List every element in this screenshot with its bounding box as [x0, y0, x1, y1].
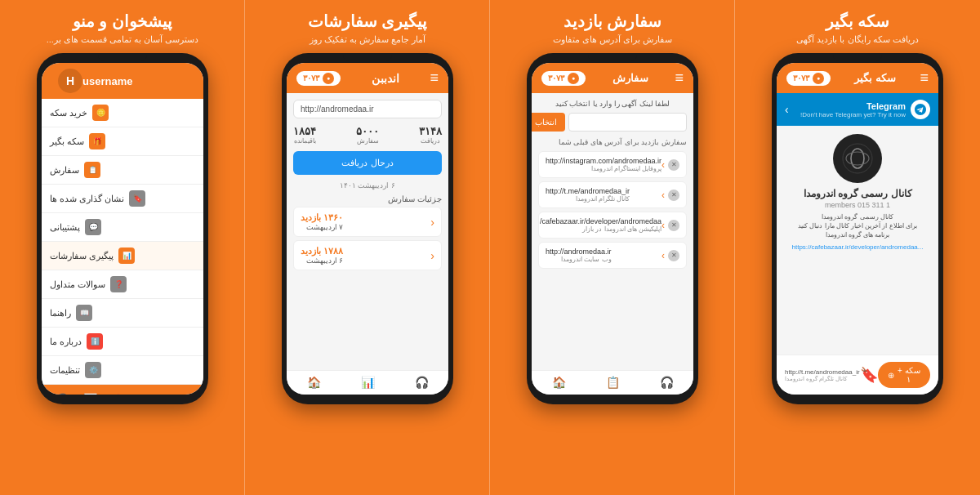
panel-4-title: سکه بگیر [826, 11, 890, 31]
url-sub-3: اپلیکیشن های اندرومدا در بازار [540, 225, 662, 233]
menu-item-label: خرید سکه [50, 108, 87, 118]
menu-item-bookmarks[interactable]: 🔖 نشان گذاری شده ها [42, 185, 203, 213]
menu-item-faq[interactable]: ❓ سوالات متداول [42, 270, 203, 299]
nav2-headphones[interactable]: 🎧 [412, 374, 432, 391]
chevron-icon-right-4: › [662, 250, 665, 261]
coin-dot-4: ● [813, 73, 824, 84]
nav3-home[interactable]: 🏠 [549, 374, 569, 391]
btn-receiving[interactable]: درحال دریافت [293, 151, 442, 175]
phone3-bottom-nav: 🏠 📋 🎧 [532, 370, 693, 395]
menu-item-label: سکه بگیر [50, 136, 84, 147]
order-row-2[interactable]: ‹ ۱۷۸۸ بازدید ۶ اردیبهشت [293, 240, 442, 270]
chevron-icon-right-1: › [662, 159, 665, 171]
bookmark-footer-icon[interactable]: 🔖 [860, 366, 878, 384]
url-input[interactable] [568, 113, 687, 132]
phone-3-notch [588, 53, 637, 61]
channel-link[interactable]: https://cafebazaar.ir/developer/andromed… [792, 243, 924, 251]
nav3-orders[interactable]: 📋 [603, 374, 623, 391]
channel-name: کانال رسمی گروه اندرومدا [804, 188, 912, 199]
order-section-title: جزئیات سفارش [293, 194, 442, 203]
choose-button[interactable]: انتخاب [532, 113, 565, 132]
menu-item-label: راهنما [50, 308, 71, 319]
channel-members: 1 311 015 members [825, 201, 890, 209]
order-row-1[interactable]: ‹ ۱۳۶۰ بازدید ۷ اردیبهشت [293, 207, 442, 237]
stat-received-value: ۳۱۴۸ [419, 125, 442, 137]
url-text-3: cafebazaar.ir/developer/andromedaa/ [540, 217, 662, 225]
phone4-header: ≡ سکه بگیر ● ۳۰۷۳ [777, 63, 938, 93]
telegram-logo [911, 100, 930, 119]
order-date-2: ۶ اردیبهشت [301, 256, 343, 265]
phone2-header: ≡ اندببن ● ۳۰۷۳ [287, 63, 448, 93]
phone-4: ≡ سکه بگیر ● ۳۰۷۳ Telegram [772, 53, 943, 404]
phone-1-screen: username H 🪙 خرید سکه 🎁 سکه بگیر 📋 سفارش… [42, 63, 203, 395]
nav-icon-orders[interactable]: 📊 [80, 391, 100, 395]
phone4-footer: سکه + ۱ ⊕ 🔖 http://t.me/andromedaa_ir کا… [777, 355, 938, 395]
panel-3: سفارش بازدید سفارش برای آدرس های متفاوت … [490, 0, 735, 495]
nav2-home[interactable]: 🏠 [304, 374, 324, 391]
phone-2: ≡ اندببن ● ۳۰۷۳ http://andromedaa.ir ۳۱۴… [282, 53, 453, 404]
telegram-banner[interactable]: Telegram Don't have Telegram yet? Try it… [777, 93, 938, 126]
close-icon-3[interactable]: ✕ [668, 220, 679, 231]
panel-3-subtitle: سفارش برای آدرس های متفاوت [553, 34, 672, 45]
phone2-bottom-nav: 🏠 📊 🎧 [287, 370, 448, 395]
stat-received: ۳۱۴۸ دریافت [419, 125, 442, 145]
menu-item-about[interactable]: ℹ️ درباره ما [42, 328, 203, 356]
coin-collect-button[interactable]: سکه + ۱ ⊕ [878, 362, 930, 388]
telegram-subtitle: Don't have Telegram yet? Try it now! [794, 111, 906, 118]
stat-orders-value: ۵۰۰۰ [356, 125, 379, 137]
menu-item-label: نشان گذاری شده ها [50, 194, 124, 204]
menu-item-get-coin[interactable]: 🎁 سکه بگیر [42, 127, 203, 156]
stat-remaining-label: باقیمانده [293, 137, 316, 145]
nav-icon-headphones[interactable]: 🎧 [52, 391, 73, 395]
phone4-title: سکه بگیر [854, 72, 896, 84]
url-item-bazaar[interactable]: ✕ › cafebazaar.ir/developer/andromedaa/ … [538, 212, 687, 239]
phone1-avatar: H [58, 69, 82, 93]
close-icon-2[interactable]: ✕ [668, 190, 679, 201]
stats-row: ۳۱۴۸ دریافت ۵۰۰۰ سفارش ۱۸۵۴ باقیمانده [293, 125, 442, 145]
url-item-instagram[interactable]: ✕ › http://instagram.com/andromedaa.ir پ… [538, 151, 687, 178]
hamburger-icon-4[interactable]: ≡ [920, 69, 929, 87]
menu-item-support[interactable]: 💬 پشتیبانی [42, 213, 203, 242]
panel-3-title: سفارش بازدید [564, 11, 662, 31]
panel-1: پیشخوان و منو دسترسی آسان به تمامی قسمت … [0, 0, 245, 495]
phone4-body: Telegram Don't have Telegram yet? Try it… [777, 93, 938, 355]
close-icon-4[interactable]: ✕ [668, 250, 679, 261]
hamburger-icon-3[interactable]: ≡ [675, 69, 684, 87]
menu-item-tracking[interactable]: 📊 پیگیری سفارشات [42, 242, 203, 270]
instruction-text: لطفا لینک آگهی را وارد یا انتخاب کنید [538, 100, 687, 108]
phone-3-screen: ≡ سفارش ● ۳۰۷۳ لطفا لینک آگهی را وارد یا… [532, 63, 693, 395]
order-visits-2: ۱۷۸۸ بازدید [301, 246, 343, 256]
url-text-1: http://instagram.com/andromedaa.ir [546, 157, 662, 165]
coin-dot: ● [323, 73, 334, 84]
url-item-telegram[interactable]: ✕ › http://t.me/andromedaa_ir کانال تلگر… [538, 181, 687, 208]
panel-2-title: پیگیری سفارشات [308, 11, 428, 31]
phone-2-screen: ≡ اندببن ● ۳۰۷۳ http://andromedaa.ir ۳۱۴… [287, 63, 448, 395]
phone-1-notch [98, 53, 147, 61]
menu-item-settings[interactable]: ⚙️ تنظیمات [42, 356, 203, 385]
url-sub-4: وب سایت اندرومدا [546, 256, 612, 263]
nav3-headphones[interactable]: 🎧 [657, 374, 677, 391]
phone3-title: سفارش [612, 72, 648, 84]
order-icon: 📋 [84, 162, 100, 178]
nav2-orders[interactable]: 📊 [358, 374, 378, 391]
url-bar: http://andromedaa.ir [293, 100, 442, 118]
url-text-4: http://andromedaa.ir [546, 247, 612, 256]
nav-icon-home[interactable]: 🏠 [108, 391, 128, 395]
bookmark-icon: 🔖 [129, 190, 145, 207]
channel-logo [833, 134, 882, 183]
menu-item-order[interactable]: 📋 سفارش [42, 156, 203, 185]
menu-item-buy-coin[interactable]: 🪙 خرید سکه [42, 99, 203, 127]
phone1-header: username H [42, 63, 203, 99]
chevron-icon-right-3: › [662, 220, 665, 231]
chevron-icon-2: ‹ [430, 249, 434, 262]
hamburger-icon[interactable]: ≡ [430, 69, 439, 87]
panel-2: پیگیری سفارشات آمار جامع سفارش به تفکیک … [245, 0, 490, 495]
support-icon: 💬 [85, 219, 101, 235]
url-item-website[interactable]: ✕ › http://andromedaa.ir وب سایت اندرومد… [538, 242, 687, 269]
close-icon-1[interactable]: ✕ [668, 159, 679, 171]
phone3-body: لطفا لینک آگهی را وارد یا انتخاب کنید ان… [532, 93, 693, 370]
stat-received-label: دریافت [419, 137, 442, 145]
order-date-1: ۷ اردیبهشت [301, 223, 343, 231]
channel-info: کانال رسمی گروه اندرومدا 1 311 015 membe… [777, 126, 938, 259]
menu-item-guide[interactable]: 📖 راهنما [42, 299, 203, 328]
